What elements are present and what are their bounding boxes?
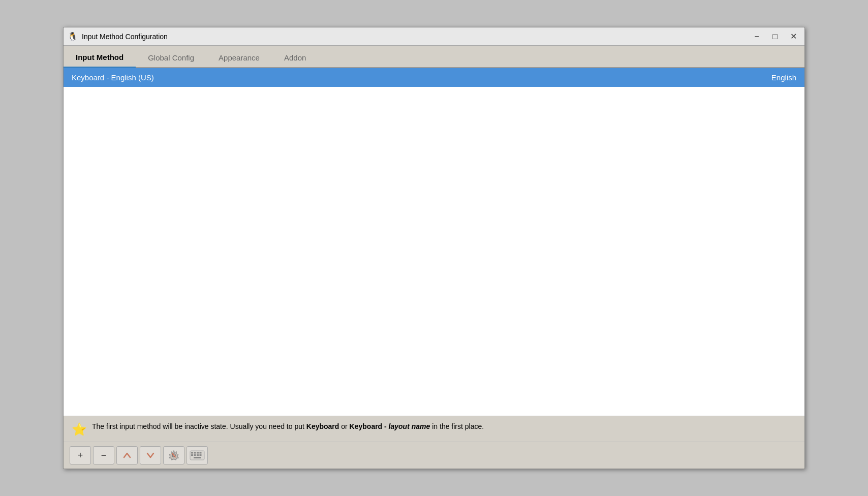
app-icon: 🐧: [68, 32, 78, 42]
title-bar: 🐧 Input Method Configuration − □ ✕: [64, 27, 804, 46]
keyboard-button[interactable]: [187, 446, 208, 464]
move-down-button[interactable]: [140, 446, 161, 464]
toolbar: + −: [64, 442, 804, 469]
content-area: Keyboard - English (US) English: [64, 68, 804, 416]
info-bar: ⭐ The first input method will be inactiv…: [64, 416, 804, 442]
svg-rect-7: [200, 452, 202, 454]
svg-rect-10: [197, 454, 199, 456]
svg-rect-9: [194, 454, 196, 456]
remove-icon: −: [101, 450, 107, 461]
chevron-up-icon: [122, 451, 132, 460]
svg-rect-11: [200, 454, 202, 456]
add-button[interactable]: +: [70, 446, 91, 464]
add-icon: +: [78, 450, 83, 461]
tab-bar: Input Method Global Config Appearance Ad…: [64, 46, 804, 68]
minimize-button[interactable]: −: [750, 30, 764, 43]
list-item-name: Keyboard - English (US): [72, 73, 154, 82]
list-item[interactable]: Keyboard - English (US) English: [64, 68, 804, 87]
tab-global-config[interactable]: Global Config: [136, 49, 206, 68]
chevron-down-icon: [146, 451, 155, 460]
tab-addon[interactable]: Addon: [272, 49, 318, 68]
main-window: 🐧 Input Method Configuration − □ ✕ Input…: [63, 27, 805, 469]
window-title: Input Method Configuration: [82, 33, 750, 41]
gear-icon: [168, 450, 179, 461]
tab-appearance[interactable]: Appearance: [206, 49, 272, 68]
list-item-lang: English: [771, 73, 796, 82]
config-button[interactable]: [163, 446, 184, 464]
maximize-button[interactable]: □: [768, 30, 782, 43]
svg-rect-6: [197, 452, 199, 454]
svg-rect-5: [194, 452, 196, 454]
window-controls: − □ ✕: [750, 30, 800, 43]
remove-button[interactable]: −: [93, 446, 114, 464]
info-text: The first input method will be inactive …: [92, 421, 484, 432]
keyboard-icon: [190, 450, 205, 460]
svg-rect-8: [191, 454, 193, 456]
close-button[interactable]: ✕: [786, 30, 800, 43]
tab-input-method[interactable]: Input Method: [64, 49, 136, 68]
svg-rect-4: [191, 452, 193, 454]
star-icon: ⭐: [72, 422, 87, 437]
move-up-button[interactable]: [116, 446, 138, 464]
svg-rect-12: [194, 457, 201, 458]
